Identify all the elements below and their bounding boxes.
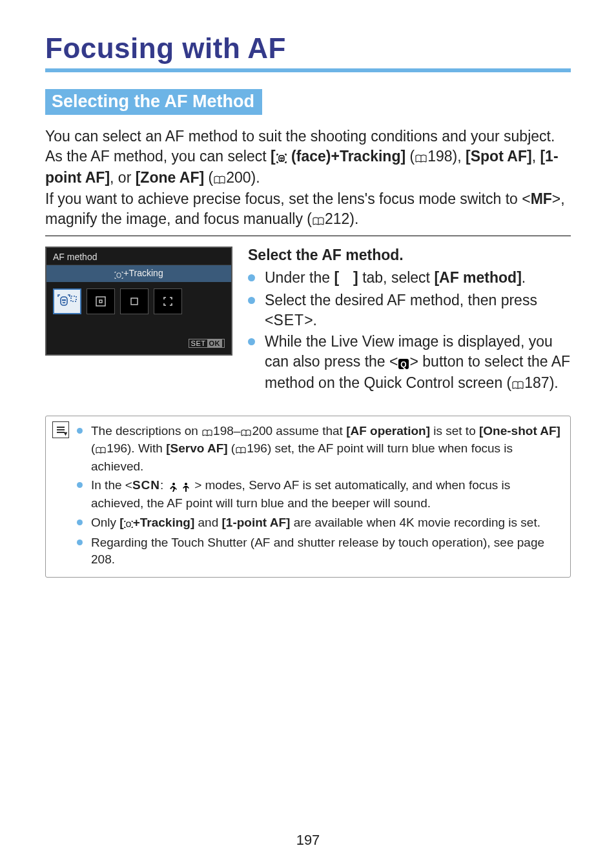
face-icon	[124, 516, 133, 532]
svg-point-1	[280, 157, 281, 158]
camera-menu-screenshot: AF method +Tracking	[45, 247, 232, 356]
book-icon	[415, 148, 427, 168]
face-icon	[276, 148, 287, 168]
note-box: ▾ The descriptions on 198–200 assume tha…	[45, 416, 571, 578]
svg-point-2	[282, 157, 283, 158]
cam-options-row	[46, 282, 231, 334]
svg-text:Q: Q	[401, 360, 407, 369]
cam-footer: SETOK	[46, 334, 231, 354]
svg-rect-3	[117, 273, 121, 278]
cam-header: AF method	[46, 248, 231, 265]
af-option-spot	[87, 288, 115, 314]
book-icon	[511, 374, 524, 394]
instructions-heading: Select the AF method.	[248, 247, 571, 264]
set-ok-badge: SETOK	[189, 339, 225, 348]
svg-point-6	[65, 300, 65, 301]
af-option-zone	[154, 288, 182, 314]
q-button-icon: Q	[398, 353, 409, 373]
book-icon	[213, 169, 226, 189]
page-title: Focusing with AF	[45, 32, 571, 65]
instruction-item-2: Select the desired AF method, then press…	[248, 290, 571, 330]
kids-mode-icon	[181, 478, 191, 495]
svg-point-13	[172, 483, 175, 485]
note-item-1: The descriptions on 198–200 assume that …	[77, 423, 561, 475]
intro-paragraph-2: If you want to achieve precise focus, se…	[45, 189, 571, 230]
svg-rect-4	[61, 297, 67, 305]
title-underline	[45, 68, 571, 72]
sports-mode-icon	[167, 478, 178, 495]
af-option-face-tracking	[53, 288, 81, 314]
cam-subheader: +Tracking	[46, 265, 231, 282]
instruction-item-1: Under the [] tab, select [AF method].	[248, 268, 571, 289]
note-item-4: Regarding the Touch Shutter (AF and shut…	[77, 534, 561, 567]
page-number: 197	[0, 832, 616, 849]
svg-rect-9	[131, 298, 138, 305]
intro-paragraph-1: You can select an AF method to suit the …	[45, 126, 571, 189]
book-icon	[201, 424, 213, 441]
note-icon: ▾	[52, 421, 69, 438]
book-icon	[312, 210, 325, 230]
scn-mode-label: SCN	[132, 478, 160, 492]
book-icon	[95, 441, 107, 458]
svg-point-10	[345, 279, 349, 283]
book-icon	[240, 424, 252, 441]
note-item-3: Only [+Tracking] and [1-point AF] are av…	[77, 514, 561, 532]
section-heading: Selecting the AF Method	[45, 89, 262, 115]
divider	[45, 236, 571, 236]
note-item-2: In the <SCN: > modes, Servo AF is set au…	[77, 477, 561, 511]
svg-point-14	[185, 483, 187, 485]
book-icon	[235, 441, 247, 458]
instruction-item-3: While the Live View image is displayed, …	[248, 332, 571, 394]
svg-point-5	[63, 300, 63, 301]
camera-icon	[339, 269, 353, 289]
af-option-1point	[120, 288, 149, 314]
set-button-label: SET	[273, 312, 304, 328]
svg-rect-15	[127, 522, 130, 527]
svg-rect-7	[96, 297, 105, 306]
svg-rect-8	[99, 300, 102, 303]
face-icon	[114, 269, 123, 279]
